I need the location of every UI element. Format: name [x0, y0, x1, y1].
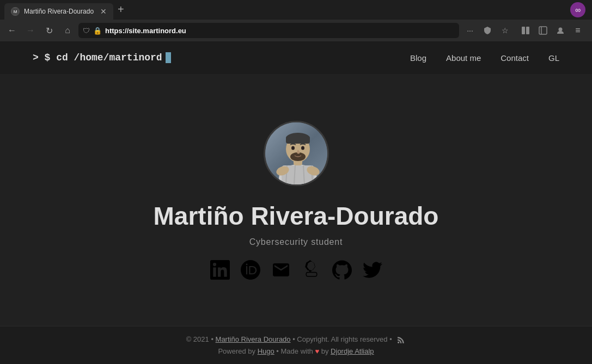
lock-icon: 🔒	[93, 27, 102, 35]
keybase-link[interactable]	[302, 260, 321, 280]
home-button[interactable]: ⌂	[60, 23, 75, 38]
bookmark-button[interactable]: ☆	[497, 23, 512, 38]
svg-rect-19	[286, 136, 310, 144]
url-text: https://site.martinord.eu	[105, 27, 455, 35]
shield-button[interactable]	[480, 23, 495, 38]
nav-link-contact[interactable]: Contact	[501, 53, 529, 63]
github-link[interactable]	[332, 260, 352, 280]
keybase-icon	[302, 260, 321, 280]
svg-rect-2	[522, 27, 525, 34]
tab-close-button[interactable]: ✕	[100, 7, 107, 16]
tab-bar: M Martiño Rivera-Dourado ✕ + ∞	[0, 0, 592, 20]
site-logo: > $ cd /home/martinord	[33, 52, 171, 63]
tab-title: Martiño Rivera-Dourado	[24, 8, 94, 15]
email-icon	[271, 260, 291, 280]
cursor-block	[166, 52, 171, 63]
svg-point-6	[559, 28, 563, 32]
sidebar-button[interactable]	[535, 23, 551, 38]
nav-bar: ← → ↻ ⌂ 🛡 🔒 https://site.martinord.eu ··…	[0, 20, 592, 41]
svg-rect-4	[539, 27, 547, 34]
svg-text:M: M	[14, 9, 17, 14]
browser-logo: ∞	[570, 2, 585, 17]
hero-section: Martiño Rivera-Dourado Cybersecurity stu…	[0, 74, 592, 326]
url-prefix: https://site.	[105, 27, 143, 35]
nav-link-about[interactable]: About me	[446, 53, 481, 63]
more-button[interactable]: ···	[462, 23, 478, 38]
footer-powered-line: Powered by Hugo • Made with ♥ by Djordje…	[22, 347, 570, 355]
by-text: by	[321, 347, 329, 355]
footer: © 2021 • Martiño Rivera Dourado • Copyri…	[0, 326, 592, 364]
heart-icon: ♥	[315, 347, 319, 355]
url-domain: martinord.eu	[143, 27, 186, 35]
rss-icon-wrapper	[396, 335, 406, 343]
theme-author-link[interactable]: Djordje Atlialp	[331, 347, 374, 355]
hugo-link[interactable]: Hugo	[258, 347, 274, 355]
shield-icon: 🛡	[83, 27, 90, 35]
author-link[interactable]: Martiño Rivera Dourado	[216, 335, 291, 343]
email-link[interactable]	[271, 260, 291, 280]
site-nav: > $ cd /home/martinord Blog About me Con…	[0, 41, 592, 74]
svg-point-21	[291, 146, 295, 150]
made-with-text: • Made with	[276, 347, 313, 355]
forward-button[interactable]: →	[23, 23, 38, 38]
new-tab-button[interactable]: +	[118, 3, 124, 16]
page-content: > $ cd /home/martinord Blog About me Con…	[0, 41, 592, 364]
copyright-rest: • Copyright. All rights reserved •	[292, 335, 392, 343]
account-button[interactable]	[553, 23, 568, 38]
twitter-link[interactable]	[363, 260, 382, 280]
svg-point-22	[301, 146, 304, 150]
powered-by-text: Powered by	[218, 347, 255, 355]
back-button[interactable]: ←	[4, 23, 20, 38]
github-icon	[332, 260, 352, 280]
linkedin-icon	[210, 260, 230, 280]
avatar-image	[265, 121, 327, 186]
nav-right-buttons: ··· ☆	[462, 23, 512, 38]
social-icons	[210, 260, 382, 280]
browser-chrome: M Martiño Rivera-Dourado ✕ + ∞ ← → ↻ ⌂ 🛡…	[0, 0, 592, 41]
address-bar[interactable]: 🛡 🔒 https://site.martinord.eu	[78, 23, 459, 38]
orcid-icon	[241, 260, 260, 280]
menu-button[interactable]: ≡	[570, 23, 585, 38]
hero-name: Martiño Rivera-Dourado	[154, 201, 439, 231]
avatar	[264, 121, 329, 186]
nav-link-gl[interactable]: GL	[548, 53, 559, 63]
orcid-link[interactable]	[241, 260, 260, 280]
rss-icon	[396, 335, 406, 345]
twitter-icon	[363, 260, 382, 280]
logo-text: > $ cd /home/martinord	[33, 52, 162, 63]
refresh-button[interactable]: ↻	[41, 23, 57, 38]
nav-link-blog[interactable]: Blog	[410, 53, 426, 63]
site-nav-links: Blog About me Contact GL	[410, 53, 559, 63]
copyright-text: © 2021 •	[186, 335, 213, 343]
hero-subtitle: Cybersecurity student	[249, 237, 343, 247]
active-tab[interactable]: M Martiño Rivera-Dourado ✕	[4, 3, 113, 20]
tab-favicon: M	[11, 7, 20, 16]
reading-mode-button[interactable]	[518, 23, 533, 38]
svg-rect-3	[526, 27, 529, 34]
linkedin-link[interactable]	[210, 260, 230, 280]
extensions-area: ≡	[516, 23, 588, 38]
footer-copyright-line: © 2021 • Martiño Rivera Dourado • Copyri…	[22, 335, 570, 345]
